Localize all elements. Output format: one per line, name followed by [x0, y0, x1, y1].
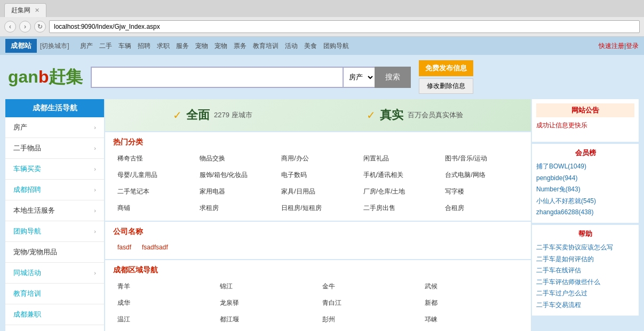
cat-item-10[interactable]: 二手笔记本 — [113, 184, 195, 199]
nav-ticket[interactable]: 票务 — [234, 42, 247, 51]
sidebar-item-activity[interactable]: 同城活动 › — [5, 263, 104, 284]
member-2[interactable]: Number兔(843) — [536, 184, 634, 196]
region-5[interactable]: 龙泉驿 — [216, 296, 318, 310]
region-4[interactable]: 成华 — [113, 296, 216, 310]
help-4[interactable]: 二手车过户怎么过 — [536, 288, 634, 300]
nav-activity[interactable]: 活动 — [285, 42, 298, 51]
nav-house[interactable]: 房产 — [80, 42, 93, 51]
hot-categories-grid: 稀奇古怪 物品交换 商用/办公 闲置礼品 图书/音乐/运动 母婴/儿童用品 服饰… — [113, 151, 523, 215]
cat-item-0[interactable]: 稀奇古怪 — [113, 151, 195, 166]
category-select[interactable]: 房产 二手 招聘 — [343, 67, 375, 88]
help-3[interactable]: 二手车评估师做些什么 — [536, 277, 634, 288]
region-3[interactable]: 武候 — [420, 279, 523, 294]
cat-item-7[interactable]: 电子数码 — [277, 168, 359, 182]
cat-item-18[interactable]: 二手房出售 — [359, 201, 441, 215]
region-2[interactable]: 金牛 — [318, 279, 420, 294]
modify-button[interactable]: 修改删除信息 — [419, 78, 473, 94]
banner: ✓ 全面 2279 座城市 ✓ 真实 百万会员真实体验 — [105, 99, 531, 131]
company-link-1[interactable]: fsadfsadf — [142, 244, 168, 251]
sidebar-label: 二手物品 — [13, 143, 41, 153]
checkmark-2: ✓ — [367, 109, 376, 122]
cat-item-12[interactable]: 家具/日用品 — [277, 184, 359, 199]
forward-button[interactable]: › — [19, 21, 31, 33]
nav-group[interactable]: 团购导航 — [323, 42, 349, 51]
sidebar-item-recruit[interactable]: 成都招聘 › — [5, 180, 104, 200]
sidebar-item-pet[interactable]: 宠物/宠物用品 — [5, 242, 104, 263]
member-3[interactable]: 小仙人不好惹就(545) — [536, 196, 634, 207]
cat-item-8[interactable]: 手机/通讯相关 — [359, 168, 441, 182]
region-7[interactable]: 新都 — [420, 296, 523, 310]
region-6[interactable]: 青白江 — [318, 296, 420, 310]
region-14[interactable]: 郫县 — [318, 329, 420, 331]
nav-second-hand[interactable]: 二手 — [99, 42, 112, 51]
back-button[interactable]: ‹ — [4, 21, 16, 33]
nav-recruit[interactable]: 招聘 — [138, 42, 150, 51]
nav-job[interactable]: 求职 — [157, 42, 170, 51]
login-link[interactable]: 登录 — [626, 42, 639, 50]
cat-item-3[interactable]: 闲置礼品 — [359, 151, 441, 166]
notice-title: 网站公告 — [536, 103, 634, 117]
city-button[interactable]: 成都站 — [5, 39, 37, 53]
region-1[interactable]: 锦江 — [216, 279, 318, 294]
cat-item-16[interactable]: 求租房 — [195, 201, 277, 215]
nav-edu[interactable]: 教育培训 — [253, 42, 279, 51]
nav-service[interactable]: 服务 — [176, 42, 189, 51]
company-title: 公司名称 — [113, 227, 523, 237]
help-5[interactable]: 二手车交易流程 — [536, 300, 634, 311]
tab-title: 赶集网 — [11, 6, 30, 15]
sidebar-item-parttime[interactable]: 成都兼职 — [5, 304, 104, 325]
reload-button[interactable]: ↻ — [34, 21, 46, 33]
region-15[interactable]: 新津 — [420, 329, 523, 331]
sidebar-item-bizservice[interactable]: 本地商务服务 — [5, 325, 104, 331]
logo: ganb赶集 — [8, 66, 83, 89]
sidebar-label: 宠物/宠物用品 — [13, 247, 57, 257]
cat-item-17[interactable]: 日租房/短租房 — [277, 201, 359, 215]
search-input[interactable] — [91, 67, 343, 88]
cat-item-9[interactable]: 台式电脑/网络 — [441, 168, 523, 182]
region-13[interactable]: 金堂 — [216, 329, 318, 331]
free-post-button[interactable]: 免费发布信息 — [419, 60, 473, 76]
browser-tab[interactable]: 赶集网 ✕ — [4, 3, 46, 17]
nav-car[interactable]: 车辆 — [118, 42, 131, 51]
tab-close-icon[interactable]: ✕ — [35, 7, 39, 14]
nav-pet1[interactable]: 宠物 — [195, 42, 208, 51]
member-4[interactable]: zhangda66288(438) — [536, 207, 634, 219]
nav-pet2[interactable]: 宠物 — [214, 42, 227, 51]
url-input[interactable] — [49, 20, 640, 33]
cat-item-15[interactable]: 商铺 — [113, 201, 195, 215]
sidebar-item-edu[interactable]: 教育培训 — [5, 284, 104, 304]
region-8[interactable]: 温江 — [113, 312, 216, 327]
cat-item-1[interactable]: 物品交换 — [195, 151, 277, 166]
cat-item-13[interactable]: 厂房/仓库/土地 — [359, 184, 441, 199]
cat-item-6[interactable]: 服饰/箱包/化妆品 — [195, 168, 277, 182]
sidebar-item-car[interactable]: 车辆买卖 › — [5, 159, 104, 180]
cat-item-19[interactable]: 合租房 — [441, 201, 523, 215]
region-9[interactable]: 都江堰 — [216, 312, 318, 327]
cat-item-2[interactable]: 商用/办公 — [277, 151, 359, 166]
company-link-0[interactable]: fasdf — [117, 244, 131, 251]
cat-item-11[interactable]: 家用电器 — [195, 184, 277, 199]
cat-item-5[interactable]: 母婴/儿童用品 — [113, 168, 195, 182]
sidebar-item-life[interactable]: 本地生活服务 › — [5, 200, 104, 221]
sidebar-item-group[interactable]: 团购导航 › — [5, 221, 104, 242]
sidebar-item-house[interactable]: 房产 › — [5, 117, 104, 138]
region-12[interactable]: 崇州 — [113, 329, 216, 331]
sidebar-item-secondhand[interactable]: 二手物品 › — [5, 138, 104, 159]
banner-sub-2: 百万会员真实体验 — [408, 110, 463, 120]
help-2[interactable]: 二手车在线评估 — [536, 265, 634, 277]
help-0[interactable]: 二手车买卖协议应该怎么写 — [536, 242, 634, 254]
cat-item-14[interactable]: 写字楼 — [441, 184, 523, 199]
nav-food[interactable]: 美食 — [304, 42, 317, 51]
member-0[interactable]: 捕了BOWL(1049) — [536, 161, 634, 173]
help-1[interactable]: 二手车是如何评估的 — [536, 254, 634, 265]
search-button[interactable]: 搜索 — [375, 67, 411, 88]
cat-item-4[interactable]: 图书/音乐/运动 — [441, 151, 523, 166]
register-link[interactable]: 快速注册 — [599, 42, 624, 50]
region-0[interactable]: 青羊 — [113, 279, 216, 294]
region-11[interactable]: 邛崃 — [420, 312, 523, 327]
member-1[interactable]: pengbide(944) — [536, 173, 634, 184]
address-bar: ‹ › ↻ — [0, 17, 644, 36]
region-10[interactable]: 彭州 — [318, 312, 420, 327]
switch-city-link[interactable]: [切换城市] — [40, 42, 69, 51]
sidebar-arrow: › — [94, 228, 96, 235]
